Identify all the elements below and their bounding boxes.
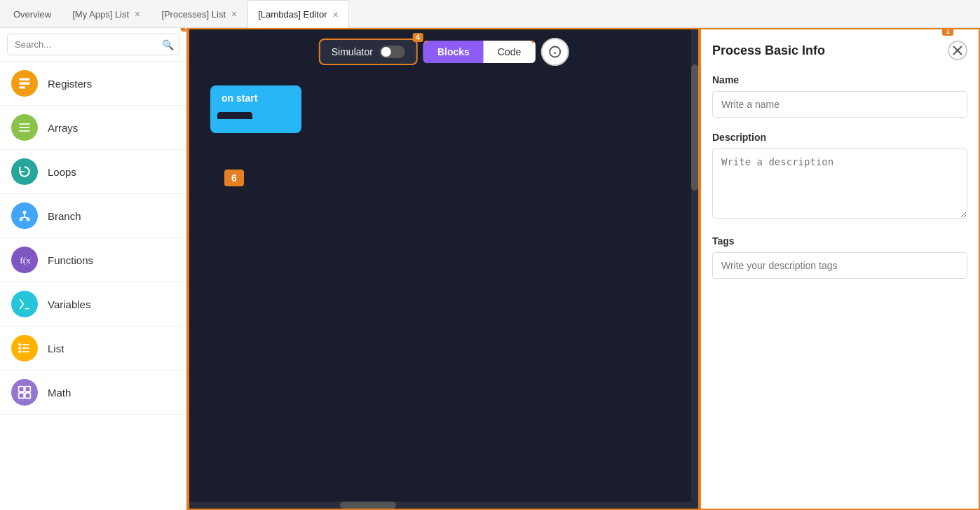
svg-point-6 [20,218,22,220]
blocks-code-toggle: 2 Blocks Code 3 [423,41,535,63]
canvas-scrollbar-thumb [691,64,698,191]
canvas-bottom-scrollbar[interactable] [189,502,691,509]
svg-rect-22 [19,393,25,399]
main-layout: 5 🔍 Registers Arrays [0,28,980,510]
name-label: Name [712,74,967,85]
sidebar-item-functions-label: Functions [48,254,93,266]
sidebar-item-list[interactable]: List [0,326,186,371]
panel-title: Process Basic Info [712,43,825,58]
code-button[interactable]: Code [484,41,535,63]
svg-point-7 [27,218,29,220]
svg-rect-23 [25,393,31,399]
sidebar-item-branch[interactable]: Branch [0,194,186,238]
badge-6-container: 6 [224,170,244,186]
math-icon [11,379,38,406]
tags-field-group: Tags [712,235,967,279]
svg-rect-0 [20,78,30,81]
tab-lambdas[interactable]: [Lambdas] Editor × [247,0,348,28]
tab-overview-label: Overview [13,9,51,20]
sidebar-item-variables-label: Variables [48,298,90,310]
search-input[interactable] [7,34,179,55]
tab-myapps-close[interactable]: × [135,8,140,20]
search-icon[interactable]: 🔍 [162,39,174,50]
simulator-toggle-container: 4 Simulator [319,39,418,65]
sidebar-item-variables[interactable]: Variables [0,282,186,326]
on-start-label: on start [222,92,257,104]
svg-text:f(x): f(x) [20,255,32,266]
name-field-group: Name [712,74,967,118]
sidebar-item-registers[interactable]: Registers [0,62,186,106]
badge-4: 4 [412,33,423,42]
registers-icon [11,70,38,97]
sidebar-item-loops[interactable]: Loops [0,150,186,194]
blocks-button[interactable]: Blocks [423,41,484,63]
sidebar-item-functions[interactable]: f(x) Functions [0,238,186,282]
tab-myapps-label: [My Apps] List [72,9,129,20]
sidebar-item-arrays[interactable]: Arrays [0,106,186,150]
svg-rect-2 [20,86,25,88]
svg-rect-20 [19,387,25,392]
svg-point-17 [19,344,21,346]
sidebar-search-container: 5 🔍 [0,28,186,62]
sidebar-item-loops-label: Loops [48,166,76,178]
description-label: Description [712,132,967,143]
arrays-icon [11,114,38,141]
badge-6: 6 [224,170,244,186]
tab-myapps[interactable]: [My Apps] List × [62,0,151,28]
info-button[interactable] [540,38,569,66]
list-icon [11,335,38,361]
loops-icon [11,158,38,185]
tab-processes-close[interactable]: × [231,8,237,20]
svg-line-10 [21,217,25,219]
canvas-scrollbar[interactable] [691,29,698,509]
toggle-knob [381,47,391,57]
right-panel: 1 Process Basic Info Name Description Ta… [700,28,980,510]
sidebar: 5 🔍 Registers Arrays [0,28,188,510]
branch-icon [11,202,38,229]
variables-icon [11,291,38,317]
panel-header: 1 Process Basic Info [712,41,967,60]
sidebar-item-registers-label: Registers [48,78,92,90]
tags-input[interactable] [712,252,967,279]
simulator-label: Simulator [332,46,373,57]
tags-label: Tags [712,235,967,247]
on-start-block[interactable]: on start [210,85,301,133]
sidebar-item-math[interactable]: Math [0,371,186,415]
tab-overview[interactable]: Overview [3,0,62,28]
description-textarea[interactable] [712,149,967,219]
sidebar-item-arrays-label: Arrays [48,122,78,134]
sidebar-item-list-label: List [48,343,64,354]
sidebar-item-math-label: Math [48,387,71,399]
badge-1: 1 [942,28,953,36]
canvas-area[interactable]: 4 Simulator 2 Blocks Code 3 on start [188,28,700,510]
badge-3: 3 [531,41,536,43]
badge-5: 5 [181,28,188,32]
panel-close-button[interactable] [948,41,967,60]
tab-lambdas-label: [Lambdas] Editor [258,9,327,20]
sidebar-scroll[interactable]: Registers Arrays Loops Bra [0,62,186,510]
svg-point-8 [23,211,25,213]
description-field-group: Description [712,132,967,221]
simulator-toggle-switch[interactable] [380,46,405,58]
canvas-toolbar: 4 Simulator 2 Blocks Code 3 [319,38,569,66]
name-input[interactable] [712,91,967,118]
canvas-bottom-thumb [340,502,396,509]
sidebar-item-branch-label: Branch [48,210,81,222]
tabs-bar: Overview [My Apps] List × [Processes] Li… [0,0,980,28]
tab-processes[interactable]: [Processes] List × [151,0,247,28]
svg-rect-1 [20,82,30,84]
tab-processes-label: [Processes] List [161,9,226,20]
svg-point-18 [19,347,21,350]
svg-point-19 [19,351,21,353]
tab-lambdas-close[interactable]: × [333,9,339,20]
functions-icon: f(x) [11,247,38,273]
svg-line-11 [25,217,28,219]
svg-rect-21 [25,387,31,392]
